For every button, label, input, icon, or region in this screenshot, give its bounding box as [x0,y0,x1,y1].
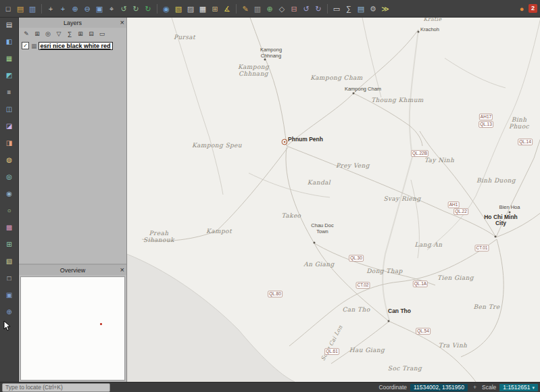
add-vector-layer-icon[interactable]: ◧ [4,36,14,47]
add-oracle-layer-icon[interactable]: ◍ [4,155,14,165]
add-wms-layer-icon[interactable]: ◎ [4,172,14,182]
measure-line-icon[interactable]: ∡ [222,3,232,14]
add-mesh-layer-icon[interactable]: ◩ [4,70,14,80]
manage-map-themes-icon[interactable]: ◎ [44,30,52,38]
toggle-editing-icon[interactable]: ✎ [240,3,251,14]
collapse-all-icon[interactable]: ⊟ [87,30,95,38]
zoom-out-icon[interactable]: ⊖ [82,3,93,14]
city-dot [264,59,266,61]
close-icon[interactable]: × [120,265,124,275]
add-mssql-layer-icon[interactable]: ◨ [4,138,14,148]
overview-extent-marker [100,323,102,325]
layer-name: esri nice black white red [39,43,112,49]
save-edits-icon[interactable]: ▥ [252,3,263,14]
coordinate-value[interactable]: 11534002, 1351950 [410,384,468,391]
redo-icon[interactable]: ↻ [313,3,324,14]
overview-panel: Overview × [19,264,126,382]
python-console-icon[interactable]: ≫ [380,3,391,14]
vertex-tool-icon[interactable]: ◇ [276,3,287,14]
close-icon[interactable]: × [120,18,124,28]
pan-map-icon[interactable]: + [45,3,56,14]
undo-icon[interactable]: ↺ [301,3,312,14]
toolbar-separator [327,4,328,14]
add-postgis-layer-icon[interactable]: ◫ [4,104,14,114]
expand-all-icon[interactable]: ⊞ [76,30,84,38]
left-toolbar: ▤◧▦◩≡◫◪◨◍◎◉○▩⊞▧□▣⊕ [0,18,19,382]
data-source-manager-icon[interactable]: ▤ [355,3,366,14]
refresh-map-icon[interactable]: ↻ [143,3,153,14]
panels-column: Layers × ✎⊞◎▽∑⊞⊟▭ ✓▦esri nice black whit… [19,18,127,382]
map-canvas[interactable]: KratieKrachohPursatKampong ChhnangKampon… [127,18,540,382]
raster-layer-icon: ▦ [31,43,37,49]
field-calculator-icon[interactable]: ⊞ [210,3,220,14]
add-group-icon[interactable]: ⊞ [33,30,41,38]
add-xyz-layer-icon[interactable]: ▩ [4,222,14,232]
save-project-icon[interactable]: ▥ [27,3,38,14]
layer-item[interactable]: ✓▦esri nice black white red [20,41,125,50]
zoom-to-native-icon[interactable]: ⌖ [106,3,117,14]
overview-body[interactable] [20,276,125,381]
layers-panel-toolbar: ✎⊞◎▽∑⊞⊟▭ [19,28,126,40]
select-features-icon[interactable]: ▧ [173,3,184,14]
chevron-down-icon: ▾ [532,384,535,391]
city-dot [509,212,511,214]
add-delimited-text-layer-icon[interactable]: ≡ [4,87,14,97]
city-dot [388,320,390,322]
overview-panel-titlebar: Overview × [19,265,126,275]
open-layer-styling-icon[interactable]: ✎ [22,30,30,38]
city-dot [353,93,355,95]
main-area: ▤◧▦◩≡◫◪◨◍◎◉○▩⊞▧□▣⊕ Layers × ✎⊞◎▽∑⊞⊟▭ ✓▦e… [0,18,540,382]
add-spatialite-layer-icon[interactable]: ◪ [4,121,14,131]
zoom-next-icon[interactable]: ↻ [130,3,141,14]
deselect-features-icon[interactable]: ▨ [185,3,196,14]
add-wcs-layer-icon[interactable]: ◉ [4,189,14,199]
layers-panel-title: Layers [64,20,82,26]
toolbar-separator [236,4,237,14]
city-dot [314,242,316,244]
processing-toolbox-icon[interactable]: ⚙ [368,3,378,14]
zoom-full-icon[interactable]: ▣ [94,3,105,14]
new-scratch-layer-icon[interactable]: □ [4,273,14,283]
scale-combobox[interactable]: 1:1512651 ▾ [499,384,538,391]
new-shapefile-layer-icon[interactable]: ▧ [4,256,14,266]
layer-checkbox[interactable]: ✓ [22,42,29,49]
qgis-window: □▤▥++⊕⊖▣⌖↺↻↻◉▧▨▦⊞∡✎▥⊕◇⊟↺↻▭∑▤⚙≫●2 ▤◧▦◩≡◫◪… [0,0,540,392]
filter-legend-icon[interactable]: ▽ [55,30,63,38]
city-dot [495,236,497,238]
status-bar: Coordinate 11534002, 1351950 + Scale 1:1… [0,382,540,392]
extent-toggle-icon[interactable]: + [471,384,478,391]
scale-label: Scale [482,384,496,391]
pan-to-selection-icon[interactable]: + [57,3,68,14]
messages-count-icon[interactable]: 2 [529,4,537,13]
mouse-cursor-icon [3,320,11,331]
new-print-layout-icon[interactable]: ▭ [331,3,342,14]
add-raster-layer-icon[interactable]: ▦ [4,53,14,64]
data-source-manager-icon[interactable]: ▤ [4,20,14,30]
log-messages-icon[interactable]: ● [516,3,527,14]
delete-selected-icon[interactable]: ⊟ [289,3,299,14]
new-geopackage-layer-icon[interactable]: ⊞ [4,239,14,249]
zoom-last-icon[interactable]: ↺ [118,3,129,14]
capital-marker [282,139,288,145]
add-feature-icon[interactable]: ⊕ [264,3,275,14]
toolbar-separator [157,4,157,14]
new-bookmark-icon[interactable]: ⊕ [4,307,14,317]
open-attribute-table-icon[interactable]: ▦ [197,3,208,14]
identify-features-icon[interactable]: ◉ [161,3,172,14]
show-bookmarks-icon[interactable]: ▣ [4,290,14,300]
basemap-graphics [127,18,540,382]
layers-panel: Layers × ✎⊞◎▽∑⊞⊟▭ ✓▦esri nice black whit… [19,18,126,264]
open-project-icon[interactable]: ▤ [15,3,26,14]
filter-by-expression-icon[interactable]: ∑ [66,30,74,38]
add-wfs-layer-icon[interactable]: ○ [4,205,14,216]
top-toolbar: □▤▥++⊕⊖▣⌖↺↻↻◉▧▨▦⊞∡✎▥⊕◇⊟↺↻▭∑▤⚙≫●2 [0,0,540,18]
remove-layer-icon[interactable]: ▭ [98,30,106,38]
statistical-summary-icon[interactable]: ∑ [343,3,354,14]
new-project-icon[interactable]: □ [3,3,14,14]
scale-value: 1:1512651 [503,384,530,391]
zoom-in-icon[interactable]: ⊕ [70,3,80,14]
city-dot [418,31,420,33]
layer-tree: ✓▦esri nice black white red [19,40,126,264]
coordinate-label: Coordinate [378,384,407,391]
locate-input[interactable] [2,383,110,392]
